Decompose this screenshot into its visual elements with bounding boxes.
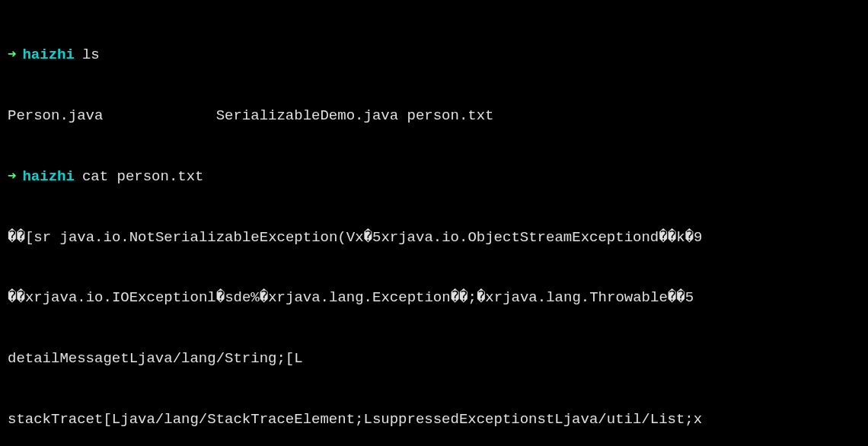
- terminal[interactable]: ➜ haizhi ls Person.java SerializableDemo…: [8, 5, 860, 446]
- prompt-line-1: ➜ haizhi ls: [8, 45, 860, 65]
- command-input: ls: [82, 45, 100, 65]
- command-input: cat person.txt: [82, 167, 204, 187]
- prompt-arrow-icon: ➜: [8, 45, 16, 65]
- prompt-host: haizhi: [22, 167, 74, 187]
- prompt-line-2: ➜ haizhi cat person.txt: [8, 167, 860, 187]
- prompt-arrow-icon: ➜: [8, 167, 16, 187]
- ls-output: Person.java SerializableDemo.java person…: [8, 106, 860, 126]
- cat-output-line: detailMessagetLjava/lang/String;[L: [8, 349, 860, 369]
- prompt-host: haizhi: [22, 45, 74, 65]
- cat-output-line: ��[sr java.io.NotSerializableException(V…: [8, 228, 860, 248]
- cat-output-line: stackTracet[Ljava/lang/StackTraceElement…: [8, 409, 860, 430]
- cat-output-line: ��xrjava.io.IOExceptionl�sde%�xrjava.lan…: [8, 288, 860, 308]
